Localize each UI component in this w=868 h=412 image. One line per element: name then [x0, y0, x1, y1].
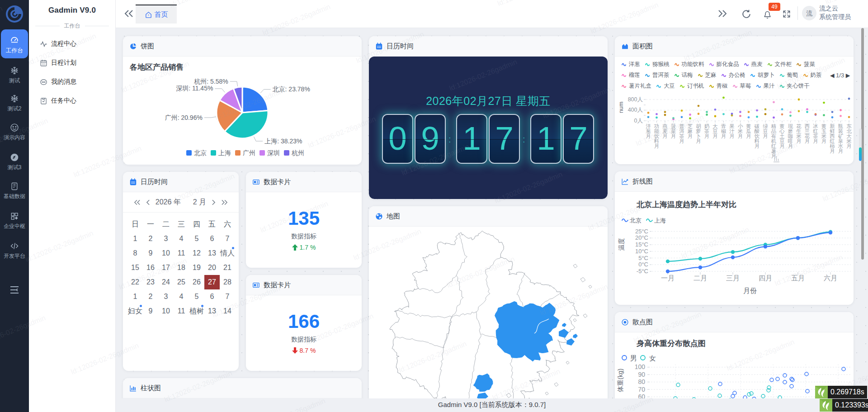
svg-text:黄瓜月: 黄瓜月: [746, 123, 751, 139]
svg-text:大豆月: 大豆月: [712, 123, 718, 139]
svg-text:温度: 温度: [618, 238, 625, 251]
svg-text:90: 90: [638, 371, 645, 378]
svg-text:精品有机红薯月: 精品有机红薯月: [771, 123, 777, 159]
svg-text:北京: 北京: [630, 217, 642, 224]
svg-text:奶茶月: 奶茶月: [704, 123, 710, 139]
svg-text:5°C: 5°C: [638, 255, 648, 261]
svg-text:男: 男: [630, 354, 637, 362]
svg-text:小米月: 小米月: [738, 123, 743, 139]
svg-text:芝麻月: 芝麻月: [688, 123, 693, 139]
svg-text:广州: 20.96%: 广州: 20.96%: [165, 114, 203, 121]
svg-text:杭州: 杭州: [292, 149, 304, 156]
svg-text:女: 女: [649, 354, 656, 362]
svg-text:功能饮料月: 功能饮料月: [654, 123, 660, 149]
svg-text:绿豆月: 绿豆月: [763, 123, 768, 139]
svg-text:20°C: 20°C: [635, 234, 648, 241]
svg-text:北京: 23.78%: 北京: 23.78%: [273, 85, 310, 93]
svg-text:80: 80: [638, 378, 645, 385]
svg-text:花生米月: 花生米月: [796, 123, 802, 144]
svg-text:五月: 五月: [791, 274, 805, 282]
svg-text:25°C: 25°C: [635, 228, 648, 235]
svg-text:0人: 0人: [634, 118, 643, 124]
svg-text:现磨咖啡月: 现磨咖啡月: [788, 123, 793, 149]
svg-text:10°C: 10°C: [635, 248, 648, 255]
svg-text:青椒月: 青椒月: [721, 123, 726, 139]
svg-text:冰红茶月: 冰红茶月: [813, 123, 818, 144]
svg-text:一月: 一月: [661, 274, 675, 282]
svg-text:四月: 四月: [759, 274, 772, 282]
svg-text:胡萝卜月: 胡萝卜月: [696, 123, 701, 144]
svg-text:400人: 400人: [628, 107, 643, 113]
svg-text:东北大米月: 东北大米月: [846, 123, 852, 149]
svg-text:上海: 上海: [654, 217, 666, 224]
svg-text:100: 100: [635, 363, 646, 370]
svg-text:西兰花月: 西兰花月: [805, 123, 810, 144]
svg-text:洋葱月: 洋葱月: [646, 123, 651, 139]
svg-text:-5°C: -5°C: [637, 268, 648, 275]
svg-text:黄玉米月: 黄玉米月: [821, 123, 827, 144]
svg-text:北京: 北京: [194, 149, 207, 156]
svg-text:0°C: 0°C: [638, 261, 648, 268]
svg-text:15°C: 15°C: [635, 241, 648, 248]
svg-text:深圳: 11.45%: 深圳: 11.45%: [176, 85, 213, 92]
svg-text:深圳: 深圳: [267, 149, 280, 156]
svg-text:新鲜西红柿月: 新鲜西红柿月: [830, 123, 835, 154]
svg-text:果汁月: 果汁月: [729, 123, 735, 139]
svg-text:碳酸饮料月: 碳酸饮料月: [754, 123, 760, 149]
svg-text:黄心土豆月: 黄心土豆月: [779, 123, 785, 149]
svg-text:三月: 三月: [726, 274, 740, 282]
svg-text:num: num: [618, 102, 624, 113]
svg-text:菠菜月: 菠菜月: [671, 123, 676, 139]
svg-text:六月: 六月: [824, 274, 837, 282]
svg-text:普洱茶月: 普洱茶月: [679, 123, 684, 144]
svg-text:70: 70: [638, 386, 645, 393]
svg-text:燕麦月: 燕麦月: [662, 123, 668, 139]
svg-text:杭州: 5.58%: 杭州: 5.58%: [194, 78, 228, 85]
svg-text:二月: 二月: [693, 274, 707, 282]
svg-text:60: 60: [638, 393, 645, 398]
svg-text:体重(kg): 体重(kg): [617, 369, 624, 392]
svg-text:月份: 月份: [743, 287, 757, 294]
svg-text:800人: 800人: [628, 96, 643, 103]
svg-text:广州: 广州: [243, 149, 255, 156]
svg-text:上海: 上海: [218, 149, 231, 156]
svg-text:上海: 38.23%: 上海: 38.23%: [264, 137, 302, 145]
svg-text:瓶装矿泉水月: 瓶装矿泉水月: [838, 123, 844, 154]
